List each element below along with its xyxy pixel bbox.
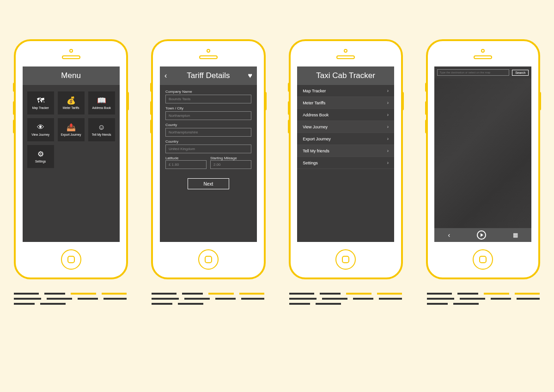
list-item-map-tracker[interactable]: Map Tracker› [297,85,394,97]
chevron-right-icon: › [387,160,389,165]
volume-button [288,83,291,92]
label-latitude: Latitude [165,156,207,160]
volume-button [150,101,153,115]
label-mileage: Starting Mileage [210,156,251,160]
search-button[interactable]: Search [512,70,529,76]
tile-address-book[interactable]: 📖Address Book [88,91,115,115]
power-button [401,92,404,110]
label-country: Country [165,139,251,144]
tile-settings[interactable]: ⚙Settings [27,145,54,168]
label-company: Company Name [165,90,251,94]
screen-list: Taxi Cab Tracker Map Tracker› Meter Tari… [297,66,394,242]
list-item-label: Address Book [303,113,329,117]
power-button [126,92,129,110]
chevron-right-icon: › [387,100,389,105]
home-button[interactable] [198,249,219,270]
home-button[interactable] [473,249,493,270]
bottom-toolbar: ‹ ▦ [434,228,531,242]
tile-export-journey[interactable]: 📤Export Journey [58,118,85,141]
list-item-tell-friends[interactable]: Tell My friends› [297,145,394,157]
tile-label: Export Journey [61,133,81,136]
tile-meter-tariffs[interactable]: 💰Meter Tariffs [58,91,85,115]
list-item-settings[interactable]: Settings› [297,157,394,169]
chevron-right-icon: › [387,136,389,141]
tariff-form: Company Name Town / City County Country … [160,85,257,192]
input-mileage[interactable] [210,160,251,169]
volume-button [425,101,428,115]
list-item-export-journey[interactable]: Export Journey› [297,133,394,145]
nav-list: Map Tracker› Meter Tariffs› Address Book… [297,85,394,169]
phone-frame-2: ‹ Tariff Details ♥ Company Name Town / C… [151,39,265,279]
list-item-address-book[interactable]: Address Book› [297,109,394,121]
tile-view-journey[interactable]: 👁View Journey [27,118,54,141]
volume-button [13,83,16,92]
phone-frame-1: Menu 🗺Map Tracker 💰Meter Tariffs 📖Addres… [14,39,128,279]
volume-button [150,120,153,133]
list-item-label: Tell My friends [303,149,329,153]
volume-button [150,83,153,92]
list-item-label: Settings [303,161,318,165]
placeholder-text [427,293,540,305]
map-view[interactable] [434,78,531,228]
list-item-label: Meter Tariffs [303,101,325,105]
input-country[interactable] [165,145,251,153]
list-item-meter-tariffs[interactable]: Meter Tariffs› [297,97,394,109]
map-icon: 🗺 [37,97,44,104]
input-latitude[interactable] [165,160,207,169]
phone-frame-4: Search ‹ ▦ [426,39,540,279]
destination-input[interactable] [437,69,509,76]
tile-label: Tell My friends [92,133,111,136]
book-icon: 📖 [97,97,106,104]
label-town: Town / City [165,106,251,110]
tile-label: Map Tracker [32,106,49,109]
tile-tell-friends[interactable]: ☺Tell My friends [88,118,115,141]
play-button[interactable] [477,230,486,240]
volume-button [13,120,16,133]
volume-button [288,120,291,133]
gear-icon: ⚙ [37,151,44,158]
menu-grid: 🗺Map Tracker 💰Meter Tariffs 📖Address Boo… [23,85,120,175]
eye-icon: 👁 [37,124,44,131]
heart-icon[interactable]: ♥ [248,72,252,80]
phone-earpiece [199,41,218,66]
page-title: Taxi Cab Tracker [316,71,375,80]
next-button[interactable]: Next [188,178,229,189]
volume-button [13,101,16,115]
volume-button [288,101,291,115]
page-title: Tariff Details [187,71,230,80]
input-county[interactable] [165,128,251,137]
book-icon[interactable]: ▦ [513,232,518,238]
power-button [264,92,267,110]
placeholder-text [152,293,264,305]
header-bar: Menu [23,66,120,85]
label-county: County [165,123,251,127]
page-title: Menu [61,71,81,80]
list-item-label: Export Journey [303,137,331,141]
header-bar: Taxi Cab Tracker [297,66,394,85]
screen-tariff: ‹ Tariff Details ♥ Company Name Town / C… [160,66,257,242]
power-button [538,92,541,110]
smile-icon: ☺ [97,124,105,131]
back-button[interactable]: ‹ [164,72,167,80]
chevron-right-icon: › [387,124,389,129]
share-icon: 📤 [67,124,76,131]
input-company[interactable] [165,95,251,103]
placeholder-text [289,293,402,305]
list-item-label: View Journey [303,125,328,129]
tile-label: Address Book [92,106,110,109]
header-bar: ‹ Tariff Details ♥ [160,66,257,85]
list-item-label: Map Tracker [303,89,326,93]
back-icon[interactable]: ‹ [448,231,450,239]
placeholder-text [14,293,127,305]
input-town[interactable] [165,111,251,120]
home-button[interactable] [335,249,356,270]
volume-button [425,120,428,133]
phone-frame-3: Taxi Cab Tracker Map Tracker› Meter Tari… [289,39,403,279]
tile-map-tracker[interactable]: 🗺Map Tracker [27,91,54,115]
chevron-right-icon: › [387,148,389,153]
home-button[interactable] [61,249,81,270]
screen-menu: Menu 🗺Map Tracker 💰Meter Tariffs 📖Addres… [23,66,120,242]
list-item-view-journey[interactable]: View Journey› [297,121,394,133]
phone-earpiece [62,41,80,66]
tile-label: Settings [35,160,46,163]
